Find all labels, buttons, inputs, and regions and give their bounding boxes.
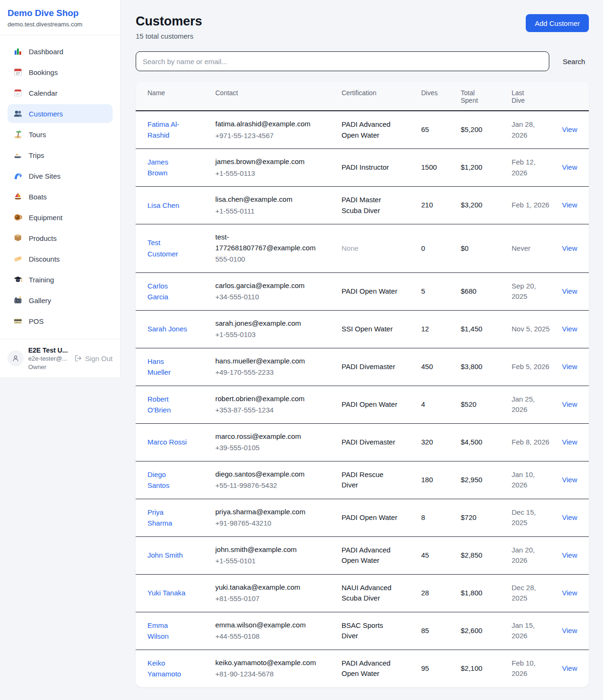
customers-table: Name Contact Certification Dives Total S…: [136, 82, 589, 687]
table-row: John Smith john.smith@example.com+1-555-…: [136, 536, 589, 574]
sailboat-icon: [13, 192, 23, 201]
customer-phone: +1-555-0113: [215, 168, 317, 179]
view-link[interactable]: View: [562, 244, 577, 252]
view-link[interactable]: View: [562, 589, 577, 597]
customer-name-link[interactable]: Sarah Jones: [147, 323, 187, 334]
sidebar-nav: Dashboard 17 Bookings Calendar Customers…: [0, 35, 120, 337]
customer-dives: 180: [414, 461, 453, 499]
sidebar-item-dive-sites[interactable]: Dive Sites: [8, 166, 113, 185]
view-link[interactable]: View: [562, 400, 577, 408]
view-link[interactable]: View: [562, 438, 577, 446]
customer-certification: NAUI Advanced Scuba Diver: [334, 574, 414, 612]
customer-dives: 45: [414, 536, 453, 574]
customer-phone: +44-555-0108: [215, 631, 317, 642]
view-link[interactable]: View: [562, 551, 577, 559]
sidebar-item-tours[interactable]: Tours: [8, 125, 113, 144]
view-link[interactable]: View: [562, 201, 577, 209]
view-link[interactable]: View: [562, 287, 577, 295]
table-row: Diego Santos diego.santos@example.com+55…: [136, 461, 589, 499]
customer-name-link[interactable]: Yuki Tanaka: [147, 587, 186, 598]
sidebar-item-products[interactable]: Products: [8, 229, 113, 247]
customer-email: carlos.garcia@example.com: [215, 280, 317, 291]
customer-email: emma.wilson@example.com: [215, 620, 317, 631]
customer-email: marco.rossi@example.com: [215, 431, 317, 442]
customer-email: james.brown@example.com: [215, 156, 317, 167]
sidebar-item-equipment[interactable]: Equipment: [8, 208, 113, 227]
customer-dives: 450: [414, 348, 453, 386]
sidebar-item-pos[interactable]: POS: [8, 312, 113, 330]
sidebar-item-label: Gallery: [29, 296, 51, 305]
view-link[interactable]: View: [562, 626, 577, 634]
customer-total-spent: $2,100: [453, 650, 504, 687]
search-input[interactable]: [136, 51, 549, 71]
customer-phone: +353-87-555-1234: [215, 405, 317, 416]
motorboat-icon: [13, 150, 23, 160]
customer-name-link[interactable]: James Brown: [147, 156, 188, 179]
sidebar-item-label: Products: [29, 234, 57, 242]
sidebar-item-bookings[interactable]: 17 Bookings: [8, 63, 113, 82]
customer-name-link[interactable]: Carlos Garcia: [147, 280, 188, 303]
table-row: Lisa Chen lisa.chen@example.com+1-555-01…: [136, 187, 589, 224]
view-link[interactable]: View: [562, 362, 577, 371]
customer-total-spent: $2,950: [453, 461, 504, 499]
customer-name-link[interactable]: Lisa Chen: [147, 200, 179, 211]
view-link[interactable]: View: [562, 125, 577, 133]
customers-table-card: Name Contact Certification Dives Total S…: [136, 82, 589, 687]
table-row: Test Customer test-1772681807767@example…: [136, 224, 589, 273]
user-email: e2e-tester@...: [28, 354, 68, 362]
add-customer-button[interactable]: Add Customer: [526, 14, 589, 32]
sidebar-item-calendar[interactable]: Calendar: [8, 83, 113, 102]
table-row: Keiko Yamamoto keiko.yamamoto@example.co…: [136, 650, 589, 687]
sign-out-button[interactable]: Sign Out: [74, 354, 113, 362]
customer-certification: PADI Open Water: [334, 499, 414, 536]
col-header-name: Name: [136, 82, 208, 111]
customer-last-dive: Feb 1, 2026: [504, 187, 554, 224]
sidebar-item-discounts[interactable]: Discounts: [8, 249, 113, 268]
sign-out-label: Sign Out: [85, 354, 113, 362]
table-row: Carlos Garcia carlos.garcia@example.com+…: [136, 272, 589, 310]
view-link[interactable]: View: [562, 163, 577, 171]
customer-last-dive: Jan 10, 2026: [504, 461, 554, 499]
customer-name-link[interactable]: John Smith: [147, 550, 183, 560]
sidebar-item-dashboard[interactable]: Dashboard: [8, 42, 113, 61]
customer-name-link[interactable]: Robert O'Brien: [147, 394, 188, 416]
customer-certification: PADI Advanced Open Water: [334, 111, 414, 149]
customer-name-link[interactable]: Marco Rossi: [147, 436, 187, 447]
customer-name-link[interactable]: Fatima Al-Rashid: [147, 119, 188, 141]
customer-total-spent: $3,200: [453, 187, 504, 224]
customer-name-link[interactable]: Test Customer: [147, 237, 188, 259]
customer-phone: +39-555-0105: [215, 443, 317, 453]
view-link[interactable]: View: [562, 664, 577, 672]
view-link[interactable]: View: [562, 513, 577, 521]
sidebar-item-boats[interactable]: Boats: [8, 187, 113, 206]
diving-mask-icon: [13, 213, 23, 222]
shop-name[interactable]: Demo Dive Shop: [8, 8, 113, 18]
customer-total-spent: $3,800: [453, 348, 504, 386]
customer-certification: PADI Advanced Open Water: [334, 650, 414, 687]
table-row: Hans Mueller hans.mueller@example.com+49…: [136, 348, 589, 386]
col-header-total-spent: Total Spent: [453, 82, 504, 111]
sidebar-item-customers[interactable]: Customers: [8, 104, 113, 123]
customer-phone: +971-55-123-4567: [215, 131, 317, 141]
customer-name-link[interactable]: Hans Mueller: [147, 356, 188, 378]
view-link[interactable]: View: [562, 476, 577, 484]
customer-total-spent: $1,200: [453, 149, 504, 187]
customer-email: fatima.alrashid@example.com: [215, 119, 317, 130]
customer-dives: 65: [414, 111, 453, 149]
search-button[interactable]: Search: [559, 58, 589, 66]
customer-last-dive: Nov 5, 2025: [504, 310, 554, 348]
customer-name-link[interactable]: Keiko Yamamoto: [147, 658, 188, 680]
customer-name-link[interactable]: Emma Wilson: [147, 620, 188, 642]
sidebar-item-trips[interactable]: Trips: [8, 146, 113, 165]
sidebar-item-gallery[interactable]: Gallery: [8, 291, 113, 310]
svg-text:17: 17: [16, 72, 20, 75]
wave-icon: [13, 171, 23, 181]
sidebar-item-training[interactable]: Training: [8, 270, 113, 289]
customer-dives: 5: [414, 272, 453, 310]
customer-dives: 210: [414, 187, 453, 224]
customer-last-dive: Feb 8, 2026: [504, 423, 554, 461]
customer-name-link[interactable]: Priya Sharma: [147, 507, 188, 529]
customer-name-link[interactable]: Diego Santos: [147, 469, 188, 491]
customer-total-spent: $680: [453, 272, 504, 310]
view-link[interactable]: View: [562, 325, 577, 333]
